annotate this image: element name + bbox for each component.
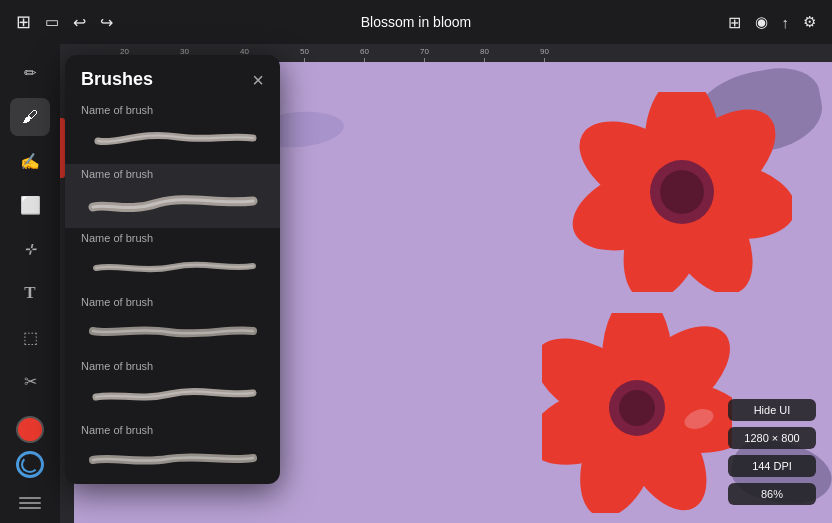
eye-icon[interactable]: ◉ [755, 13, 768, 31]
brush-preview-4 [81, 376, 264, 412]
svg-point-8 [660, 170, 704, 214]
brushes-close-button[interactable]: × [252, 70, 264, 90]
brush-item-name-0: Name of brush [81, 104, 264, 116]
brush-item-name-4: Name of brush [81, 360, 264, 372]
brush-item-name-2: Name of brush [81, 232, 264, 244]
transform-tool[interactable]: ⊹ [10, 230, 50, 268]
brush-item-4[interactable]: Name of brush [65, 356, 280, 420]
brushes-header: Brushes × [65, 55, 280, 100]
paint-tool[interactable]: 🖌 [10, 98, 50, 136]
layers-icon[interactable]: ▭ [45, 13, 59, 31]
document-title: Blossom in bloom [361, 14, 472, 30]
brush-item-5[interactable]: Name of brush [65, 420, 280, 484]
text-tool[interactable]: T [10, 274, 50, 312]
brushes-title: Brushes [81, 69, 153, 90]
topbar: ⊞ ▭ ↩ ↪ Blossom in bloom ⊞ ◉ ↑ ⚙ [0, 0, 832, 44]
hud-panel: Hide UI 1280 × 800 144 DPI 86% [728, 399, 816, 505]
brush-preview-2 [81, 248, 264, 284]
brush-item-1[interactable]: Name of brush [65, 164, 280, 228]
svg-point-17 [619, 390, 655, 426]
topbar-left: ⊞ ▭ ↩ ↪ [16, 11, 113, 33]
brush-item-name-3: Name of brush [81, 296, 264, 308]
secondary-color-swatch[interactable] [16, 451, 44, 478]
resolution-display: 1280 × 800 [728, 427, 816, 449]
panel-handle[interactable] [19, 492, 41, 513]
gallery-icon[interactable]: ⊞ [728, 13, 741, 32]
brush-preview-5 [81, 440, 264, 476]
smudge-tool[interactable]: ✍ [10, 142, 50, 180]
topbar-right: ⊞ ◉ ↑ ⚙ [728, 13, 817, 32]
brush-preview-3 [81, 312, 264, 348]
brush-item-name-1: Name of brush [81, 168, 264, 180]
brush-preview-0 [81, 120, 264, 156]
settings-icon[interactable]: ⚙ [803, 13, 816, 31]
brushes-panel: Brushes × Name of brush Name of brush Na… [65, 55, 280, 484]
brush-tool[interactable]: ✏ [10, 54, 50, 92]
brush-item-0[interactable]: Name of brush [65, 100, 280, 164]
scissors-tool[interactable]: ✂ [10, 362, 50, 400]
flower-1 [572, 92, 792, 292]
zoom-display[interactable]: 86% [728, 483, 816, 505]
brush-item-2[interactable]: Name of brush [65, 228, 280, 292]
share-icon[interactable]: ↑ [782, 14, 790, 31]
dpi-display: 144 DPI [728, 455, 816, 477]
brush-item-name-5: Name of brush [81, 424, 264, 436]
erase-tool[interactable]: ⬜ [10, 186, 50, 224]
brush-preview-1 [81, 184, 264, 220]
primary-color-swatch[interactable] [16, 416, 44, 443]
brush-item-3[interactable]: Name of brush [65, 292, 280, 356]
selection-tool[interactable]: ⬚ [10, 318, 50, 356]
undo-icon[interactable]: ↩ [73, 13, 86, 32]
left-toolbar: ✏ 🖌 ✍ ⬜ ⊹ T ⬚ ✂ [0, 44, 60, 523]
hide-ui-button[interactable]: Hide UI [728, 399, 816, 421]
grid-icon[interactable]: ⊞ [16, 11, 31, 33]
redo-icon[interactable]: ↪ [100, 13, 113, 32]
